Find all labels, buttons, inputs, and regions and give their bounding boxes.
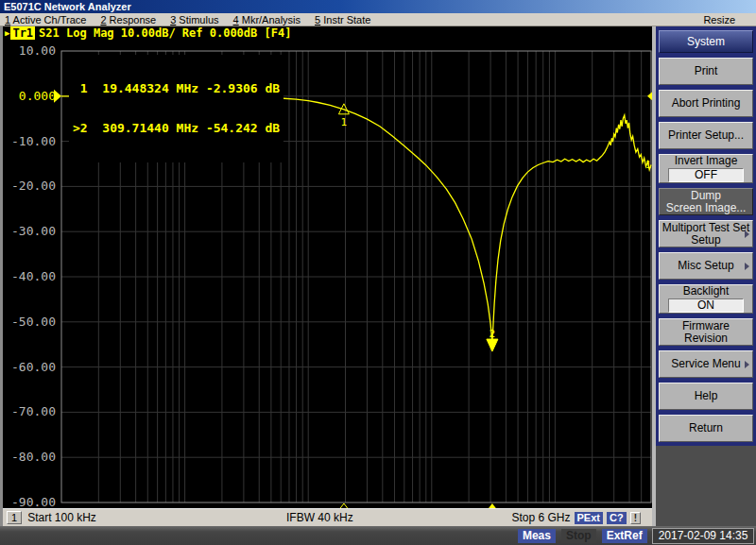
window-title: E5071C Network Analyzer: [4, 1, 131, 12]
softkey-multiport-test-set-setup[interactable]: Multiport Test Set Setup: [659, 220, 753, 247]
stop-frequency-label: Stop 6 GHz: [511, 511, 570, 524]
softkey-backlight[interactable]: Backlight ON: [659, 284, 753, 314]
y-tick: -20.00: [3, 179, 56, 193]
menu-stimulus[interactable]: 3 Stimulus: [170, 14, 218, 26]
y-tick: 10.00: [3, 44, 56, 58]
y-tick: -60.00: [3, 361, 56, 374]
marker-2-readout: >2 309.71440 MHz -54.242 dB: [73, 122, 280, 135]
submenu-arrow-icon: [745, 230, 749, 238]
active-trace-arrow-icon: ▶: [5, 28, 9, 38]
correction-badge: C?: [607, 512, 627, 524]
softkey-system[interactable]: System: [659, 30, 753, 53]
warning-badge: !: [630, 512, 641, 524]
datetime-display: 2017-02-09 14:35: [652, 528, 754, 544]
channel-status-strip: 1 Start 100 kHz IFBW 40 kHz Stop 6 GHz P…: [3, 508, 652, 526]
softkey-misc-setup[interactable]: Misc Setup: [659, 252, 753, 280]
main-area: ▶ Tr1 S21 Log Mag 10.00dB/ Ref 0.000dB […: [0, 26, 756, 526]
marker-1-readout: 1 19.448324 MHz -2.9306 dB: [73, 82, 280, 95]
meas-indicator: Meas: [518, 529, 556, 543]
ifbw-label: IFBW 40 kHz: [286, 511, 353, 524]
softkey-printer-setup[interactable]: Printer Setup...: [659, 122, 753, 149]
marker-1-label: 1: [341, 116, 348, 128]
y-tick: -10.00: [3, 135, 56, 148]
channel-number-chip: 1: [7, 511, 22, 524]
trace-format-text: S21 Log Mag 10.00dB/ Ref 0.000dB [F4]: [39, 26, 291, 40]
trace-id-badge[interactable]: Tr1: [10, 26, 35, 40]
softkey-firmware-revision[interactable]: Firmware Revision: [659, 318, 753, 346]
start-frequency-label: Start 100 kHz: [27, 511, 96, 524]
invert-image-value: OFF: [668, 168, 744, 182]
menu-response[interactable]: 2 Response: [100, 14, 156, 26]
menu-bar: 1 Active Ch/Trace 2 Response 3 Stimulus …: [0, 13, 756, 26]
stop-indicator: Stop: [561, 529, 596, 543]
marker-readout: 1 19.448324 MHz -2.9306 dB >2 309.71440 …: [69, 55, 284, 162]
sidebar-empty-area: [656, 446, 756, 526]
backlight-value: ON: [668, 298, 744, 313]
app-window: E5071C Network Analyzer 1 Active Ch/Trac…: [0, 0, 756, 545]
marker-2-symbol[interactable]: [487, 339, 498, 351]
y-tick: -90.00: [3, 496, 56, 509]
softkey-sidebar: System Print Abort Printing Printer Setu…: [652, 26, 756, 526]
submenu-arrow-icon: [745, 361, 749, 368]
submenu-arrow-icon: [745, 263, 749, 270]
title-bar: E5071C Network Analyzer: [0, 0, 756, 13]
softkey-service-menu[interactable]: Service Menu: [659, 350, 753, 378]
y-tick: -30.00: [3, 225, 56, 238]
y-tick: -50.00: [3, 315, 56, 329]
softkey-dump-screen-image[interactable]: Dump Screen Image...: [659, 188, 753, 215]
pext-badge: PExt: [575, 512, 603, 524]
softkey-return[interactable]: Return: [659, 415, 753, 442]
instrument-status-bar: Meas Stop ExtRef Svc 2017-02-09 14:35: [0, 526, 756, 545]
trace-status-bar[interactable]: ▶ Tr1 S21 Log Mag 10.00dB/ Ref 0.000dB […: [5, 26, 291, 40]
softkey-abort-printing[interactable]: Abort Printing: [659, 90, 753, 117]
y-tick: -40.00: [3, 270, 56, 283]
menu-instr-state[interactable]: 5 Instr State: [315, 14, 370, 26]
softkey-invert-image[interactable]: Invert Image OFF: [659, 154, 753, 183]
softkey-print[interactable]: Print: [659, 58, 753, 85]
y-tick-reference: 0.000: [3, 90, 56, 103]
menu-active-ch-trace[interactable]: 1 Active Ch/Trace: [5, 14, 86, 26]
y-tick: -70.00: [3, 405, 56, 418]
trace-number-label: 1: [645, 160, 651, 170]
softkey-column: System Print Abort Printing Printer Setu…: [656, 26, 756, 446]
softkey-help[interactable]: Help: [659, 383, 753, 410]
resize-control[interactable]: Resize: [703, 13, 735, 26]
extref-indicator: ExtRef: [602, 529, 647, 543]
measurement-screen: ▶ Tr1 S21 Log Mag 10.00dB/ Ref 0.000dB […: [0, 26, 652, 526]
menu-mkr-analysis[interactable]: 4 Mkr/Analysis: [233, 14, 301, 26]
marker-2-label: 2: [490, 328, 496, 340]
y-tick: -80.00: [3, 451, 56, 464]
